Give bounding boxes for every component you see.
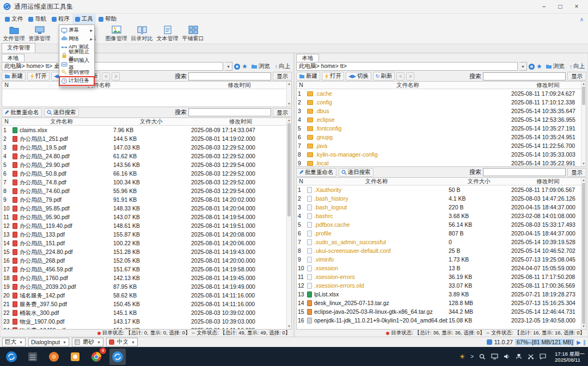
maximize-button[interactable]: □ — [552, 3, 568, 10]
pause-icon[interactable]: ∥ — [583, 339, 586, 345]
table-row[interactable]: 8办公用品_74.60.pdf55.96 KB2025-08-03 12:29:… — [2, 187, 291, 195]
table-row[interactable]: 6.gnupg2025-05-14 10:35:24.951 — [297, 133, 586, 141]
menu-help[interactable]: 帮助 — [96, 14, 119, 24]
tab-local[interactable]: 本地 — [296, 54, 319, 61]
theme-select[interactable]: 磨砂▼ — [72, 338, 103, 346]
table-row[interactable]: 13lpList.xlsx3.89 KB2025-07-21 18:19:28.… — [297, 290, 586, 299]
new-button[interactable]: 新建 — [296, 72, 320, 80]
table-row[interactable]: 15办公用品_224.80.pdf151.28 KB2025-08-01 14:… — [2, 247, 291, 256]
favorite-icon[interactable]: ★ — [536, 63, 542, 70]
table-row[interactable]: 12办公用品_119.40.pdf148.61 KB2025-08-01 14:… — [2, 221, 291, 230]
table-row[interactable]: 8.kylin-os-manager-config2025-05-14 10:3… — [297, 150, 586, 159]
goto-icon[interactable] — [234, 64, 240, 70]
table-row[interactable]: 21服务费_397.50.pdf150.45 KB2025-08-01 14:1… — [2, 300, 291, 308]
menu-item-network[interactable]: 网络 ▶ — [59, 35, 94, 44]
open-button[interactable]: 打开 — [27, 72, 50, 80]
table-row[interactable]: 6办公用品_50.8.pdf66.16 KB2025-08-03 12:29:5… — [2, 169, 291, 178]
table-row[interactable]: 5.fontconfig2025-05-14 10:35:27.191 — [297, 124, 586, 133]
menu-item-password-manager[interactable]: 密码管理 — [59, 69, 94, 77]
menu-programs[interactable]: 程序 — [49, 14, 72, 24]
favorite-icon[interactable]: ★ — [242, 63, 248, 70]
display-icon[interactable] — [491, 353, 498, 359]
taskbar-app-amber[interactable] — [67, 349, 83, 365]
table-row[interactable]: 5.pdfbox.cache56.14 KB2025-08-03 15:33:1… — [297, 220, 586, 229]
table-row[interactable]: 1claims.xlsx7.96 KB2025-08-09 17:14:33.0… — [2, 126, 291, 134]
forward-button[interactable]: > — [406, 72, 414, 80]
table-row[interactable]: 3.bash_logout220 B2020-04-15 18:44:37.00… — [297, 203, 586, 212]
path-dropdown-icon[interactable]: ▼ — [519, 62, 527, 71]
search-input[interactable] — [188, 108, 271, 116]
column-header-name[interactable]: 文件名称 — [305, 178, 448, 185]
table-row[interactable]: 2办公用品1_251.pdf144.5 KB2025-08-01 14:19:0… — [2, 134, 291, 143]
table-row[interactable]: 1.Xauthority50 B2025-08-11 17:09:06.567 — [297, 185, 586, 194]
table-row[interactable]: 15eclipse-java-2025-03-R-linux-gtk-x86_6… — [297, 307, 586, 316]
table-row[interactable]: 9.viminfo1.73 KB2025-07-13 19:25:08.045 — [297, 255, 586, 264]
table-row[interactable]: 7.java2025-05-14 11:22:56.700 — [297, 141, 586, 150]
column-header-size[interactable]: 文件大小 — [112, 118, 190, 125]
search-icon[interactable] — [479, 353, 486, 360]
column-header-name[interactable]: 文件名称 — [11, 118, 112, 125]
open-button[interactable]: 打开 — [322, 72, 344, 80]
search-input[interactable] — [483, 168, 566, 176]
table-row[interactable]: 2.config2025-08-11 17:10:12.338 — [297, 98, 586, 107]
table-row[interactable]: 8.ukui-screensaver-default.conf25 B2025-… — [297, 246, 586, 255]
table-row[interactable]: 20域名服务_142.pdf58.62 KB2025-08-01 14:11:1… — [2, 291, 291, 300]
scrollbar[interactable]: ▲▼ — [581, 178, 586, 329]
up-button[interactable]: ↑向上 — [273, 63, 292, 70]
table-row[interactable]: 3.dbus2025-05-14 10:35:35.647 — [297, 107, 586, 115]
column-header-time[interactable]: 修改时间 — [510, 82, 586, 89]
column-header-n[interactable]: N — [297, 82, 305, 89]
column-header-name[interactable]: 文件名称 — [11, 82, 187, 89]
column-header-time[interactable]: 修改时间 — [187, 82, 291, 89]
show-button[interactable]: 显示 — [273, 108, 292, 117]
play-icon[interactable]: ▶ — [577, 339, 581, 345]
table-row[interactable]: 9.local2025-05-14 10:35:22.991 — [297, 159, 586, 167]
toolbar-file-management[interactable]: 文件管理 — [1, 25, 27, 42]
browse-button[interactable]: 浏览 — [249, 63, 272, 70]
table-row[interactable]: 18办公用品_1760.pdf142.13 KB2025-08-01 14:19… — [2, 274, 291, 282]
menu-item-scheduled-tasks[interactable]: 计划任务 — [59, 77, 94, 85]
batch-rename-button[interactable]: 批量重命名 — [296, 168, 336, 177]
close-button[interactable]: × — [568, 3, 585, 10]
table-row[interactable]: 4.eclipse2025-05-14 12:53:36.955 — [297, 115, 586, 124]
scrollbar[interactable]: ▲▼ — [286, 82, 291, 107]
scrollbar[interactable]: ▲▼ — [286, 118, 291, 329]
batch-rename-button[interactable]: 批量重命名 — [2, 108, 42, 117]
menu-navigate[interactable]: 导航 — [26, 14, 49, 24]
menu-tools[interactable]: 工具 — [72, 14, 96, 24]
up-button[interactable]: ↑向上 — [568, 63, 586, 70]
table-row[interactable]: 10.xsession13 B2024-04-07 15:05:59.000 — [297, 264, 586, 272]
goto-icon[interactable] — [529, 64, 535, 70]
font-family-select[interactable]: DialogInput▼ — [28, 338, 69, 346]
font-size-select[interactable]: 巨大▼ — [2, 338, 26, 346]
table-row[interactable]: 14办公用品_151.pdf100.22 KB2025-08-01 14:20:… — [2, 239, 291, 247]
table-row[interactable]: 22桶装水_300.pdf145.1 KB2025-08-03 10:39:02… — [2, 308, 291, 317]
table-row[interactable]: 7办公用品_74.8.pdf100.34 KB2025-08-03 12:29:… — [2, 178, 291, 187]
table-row[interactable]: 23物业_1907.00.pdf143.17 KB2025-08-03 10:3… — [2, 317, 291, 326]
minimize-button[interactable]: − — [536, 3, 552, 10]
volume-icon[interactable] — [504, 353, 510, 359]
brightness-icon[interactable]: ☀ — [459, 353, 465, 361]
menu-item-password-input[interactable]: 密码输入器 — [59, 60, 94, 69]
table-row[interactable]: 4.bashrc3.68 KB2023-02-08 14:01:08.000 — [297, 212, 586, 220]
chat-icon[interactable] — [540, 353, 546, 359]
back-button[interactable]: < — [102, 72, 110, 80]
table-row[interactable]: 5办公用品_29.90.pdf143.56 KB2025-08-03 12:29… — [2, 160, 291, 169]
browse-button[interactable]: 浏览 — [544, 63, 566, 70]
table-row[interactable]: 7.sudo_as_admin_successful02025-05-14 10… — [297, 238, 586, 246]
start-button[interactable] — [3, 349, 20, 365]
column-header-n[interactable]: N — [2, 82, 11, 89]
table-row[interactable]: 2.bash_history4.1 KB2025-08-03 14:47:26.… — [297, 194, 586, 203]
table-row[interactable]: 12.xsession-errors.old33.07 KB2025-08-11… — [297, 281, 586, 290]
taskbar-app-orange[interactable] — [46, 349, 62, 365]
table-row[interactable]: 16办公用品_268.pdf152.05 KB2025-08-01 14:20:… — [2, 256, 291, 265]
scrollbar[interactable]: ▲▼ — [581, 82, 586, 166]
tab-local[interactable]: 本地 — [2, 54, 24, 61]
switch-button[interactable]: ◀▶切换 — [346, 72, 371, 80]
table-row[interactable]: 10办公用品_95.85.pdf148.33 KB2025-08-01 14:2… — [2, 204, 291, 213]
forward-button[interactable]: > — [112, 72, 120, 80]
toolbar-image-management[interactable]: 图像管理 — [103, 25, 129, 42]
table-row[interactable]: 1.cache2025-08-11 17:09:24.627 — [297, 89, 586, 98]
menu-item-screen[interactable]: 屏幕 ▶ — [59, 26, 94, 35]
refresh-button[interactable]: ↻刷新 — [373, 72, 395, 80]
